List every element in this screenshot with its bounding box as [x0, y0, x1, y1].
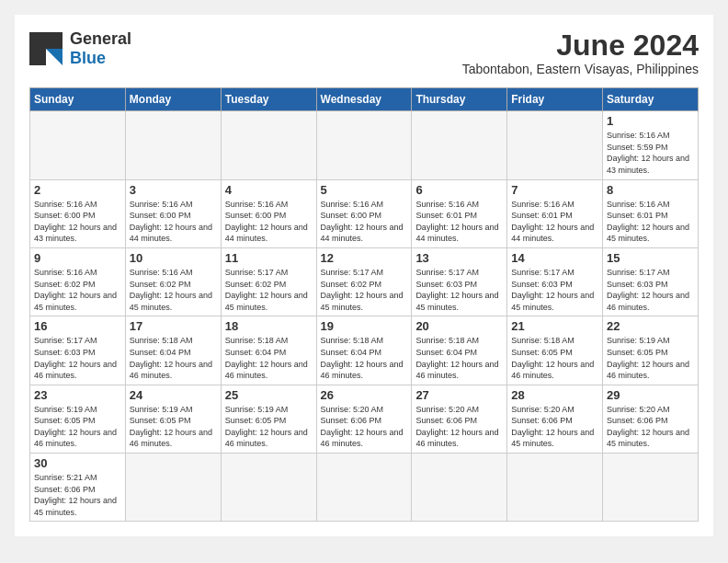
calendar-cell: 21Sunrise: 5:18 AM Sunset: 6:05 PM Dayli…: [507, 316, 603, 385]
day-info: Sunrise: 5:20 AM Sunset: 6:06 PM Dayligh…: [511, 404, 598, 450]
header-monday: Monday: [125, 88, 221, 111]
day-number: 8: [607, 183, 694, 197]
calendar-cell: 14Sunrise: 5:17 AM Sunset: 6:03 PM Dayli…: [507, 247, 603, 316]
day-number: 10: [130, 251, 217, 265]
day-info: Sunrise: 5:18 AM Sunset: 6:04 PM Dayligh…: [130, 335, 217, 381]
day-number: 5: [321, 183, 408, 197]
svg-rect-1: [46, 32, 63, 49]
day-info: Sunrise: 5:16 AM Sunset: 6:00 PM Dayligh…: [34, 199, 121, 245]
calendar-cell: 9Sunrise: 5:16 AM Sunset: 6:02 PM Daylig…: [30, 247, 126, 316]
day-number: 15: [607, 251, 694, 265]
day-number: 1: [607, 114, 694, 128]
day-info: Sunrise: 5:18 AM Sunset: 6:04 PM Dayligh…: [321, 335, 408, 381]
day-info: Sunrise: 5:16 AM Sunset: 6:01 PM Dayligh…: [415, 199, 503, 245]
calendar-cell: 20Sunrise: 5:18 AM Sunset: 6:04 PM Dayli…: [412, 316, 507, 385]
calendar-row-0: 1Sunrise: 5:16 AM Sunset: 5:59 PM Daylig…: [30, 111, 699, 179]
header-friday: Friday: [507, 88, 603, 111]
calendar-cell: 28Sunrise: 5:20 AM Sunset: 6:06 PM Dayli…: [507, 385, 603, 453]
day-info: Sunrise: 5:17 AM Sunset: 6:03 PM Dayligh…: [34, 335, 121, 381]
day-number: 11: [225, 251, 313, 265]
calendar-cell: 7Sunrise: 5:16 AM Sunset: 6:01 PM Daylig…: [507, 179, 603, 247]
day-info: Sunrise: 5:20 AM Sunset: 6:06 PM Dayligh…: [415, 404, 503, 450]
day-number: 19: [321, 319, 408, 333]
calendar-cell: 25Sunrise: 5:19 AM Sunset: 6:05 PM Dayli…: [221, 385, 316, 453]
day-info: Sunrise: 5:17 AM Sunset: 6:03 PM Dayligh…: [415, 267, 503, 313]
logo-icon: [29, 32, 63, 65]
header-tuesday: Tuesday: [221, 88, 316, 111]
day-info: Sunrise: 5:19 AM Sunset: 6:05 PM Dayligh…: [34, 404, 121, 450]
logo-svg: [29, 32, 63, 65]
calendar-cell: 5Sunrise: 5:16 AM Sunset: 6:00 PM Daylig…: [316, 179, 412, 247]
calendar-cell: 13Sunrise: 5:17 AM Sunset: 6:03 PM Dayli…: [412, 247, 507, 316]
calendar-cell: 17Sunrise: 5:18 AM Sunset: 6:04 PM Dayli…: [125, 316, 221, 385]
day-number: 27: [415, 388, 503, 402]
header-saturday: Saturday: [603, 88, 699, 111]
calendar-cell: 10Sunrise: 5:16 AM Sunset: 6:02 PM Dayli…: [125, 247, 221, 316]
day-info: Sunrise: 5:16 AM Sunset: 6:00 PM Dayligh…: [225, 199, 313, 245]
location-title: Tabontabon, Eastern Visayas, Philippines: [462, 62, 699, 76]
day-number: 17: [130, 319, 217, 333]
day-info: Sunrise: 5:16 AM Sunset: 6:02 PM Dayligh…: [34, 267, 121, 313]
calendar-cell: 4Sunrise: 5:16 AM Sunset: 6:00 PM Daylig…: [221, 179, 316, 247]
day-info: Sunrise: 5:18 AM Sunset: 6:05 PM Dayligh…: [511, 335, 598, 381]
calendar-cell: [507, 111, 603, 179]
calendar-cell: 15Sunrise: 5:17 AM Sunset: 6:03 PM Dayli…: [603, 247, 699, 316]
logo-text: General Blue: [70, 29, 131, 68]
day-number: 2: [34, 183, 121, 197]
calendar-cell: 30Sunrise: 5:21 AM Sunset: 6:06 PM Dayli…: [30, 454, 126, 522]
day-info: Sunrise: 5:20 AM Sunset: 6:06 PM Dayligh…: [321, 404, 408, 450]
day-info: Sunrise: 5:19 AM Sunset: 6:05 PM Dayligh…: [607, 335, 694, 381]
calendar-cell: [221, 111, 316, 179]
calendar-cell: 6Sunrise: 5:16 AM Sunset: 6:01 PM Daylig…: [412, 179, 507, 247]
header: General Blue June 2024 Tabontabon, Easte…: [29, 29, 699, 76]
day-info: Sunrise: 5:20 AM Sunset: 6:06 PM Dayligh…: [607, 404, 694, 450]
calendar-cell: [125, 454, 221, 522]
day-number: 6: [415, 183, 503, 197]
calendar-cell: [221, 454, 316, 522]
calendar-table: Sunday Monday Tuesday Wednesday Thursday…: [29, 87, 699, 522]
day-info: Sunrise: 5:16 AM Sunset: 6:02 PM Dayligh…: [130, 267, 217, 313]
calendar-cell: [30, 111, 126, 179]
day-number: 14: [511, 251, 598, 265]
day-number: 21: [511, 319, 598, 333]
header-thursday: Thursday: [412, 88, 507, 111]
day-number: 29: [607, 388, 694, 402]
calendar-cell: 11Sunrise: 5:17 AM Sunset: 6:02 PM Dayli…: [221, 247, 316, 316]
day-number: 16: [34, 319, 121, 333]
calendar-row-1: 2Sunrise: 5:16 AM Sunset: 6:00 PM Daylig…: [30, 179, 699, 247]
day-info: Sunrise: 5:19 AM Sunset: 6:05 PM Dayligh…: [225, 404, 313, 450]
calendar-row-4: 23Sunrise: 5:19 AM Sunset: 6:05 PM Dayli…: [30, 385, 699, 453]
calendar-cell: 22Sunrise: 5:19 AM Sunset: 6:05 PM Dayli…: [603, 316, 699, 385]
calendar-cell: 24Sunrise: 5:19 AM Sunset: 6:05 PM Dayli…: [125, 385, 221, 453]
calendar-cell: 1Sunrise: 5:16 AM Sunset: 5:59 PM Daylig…: [603, 111, 699, 179]
calendar-cell: [125, 111, 221, 179]
calendar-page: General Blue June 2024 Tabontabon, Easte…: [15, 15, 713, 536]
calendar-row-3: 16Sunrise: 5:17 AM Sunset: 6:03 PM Dayli…: [30, 316, 699, 385]
calendar-cell: [412, 111, 507, 179]
day-number: 23: [34, 388, 121, 402]
calendar-cell: 3Sunrise: 5:16 AM Sunset: 6:00 PM Daylig…: [125, 179, 221, 247]
header-right: June 2024 Tabontabon, Eastern Visayas, P…: [462, 29, 699, 76]
day-number: 26: [321, 388, 408, 402]
logo-blue-text: Blue: [70, 49, 131, 68]
day-number: 9: [34, 251, 121, 265]
calendar-cell: [316, 111, 412, 179]
calendar-cell: [412, 454, 507, 522]
header-sunday: Sunday: [30, 88, 126, 111]
calendar-cell: [603, 454, 699, 522]
day-number: 24: [130, 388, 217, 402]
day-info: Sunrise: 5:19 AM Sunset: 6:05 PM Dayligh…: [130, 404, 217, 450]
day-info: Sunrise: 5:16 AM Sunset: 6:00 PM Dayligh…: [321, 199, 408, 245]
day-number: 3: [130, 183, 217, 197]
calendar-cell: 8Sunrise: 5:16 AM Sunset: 6:01 PM Daylig…: [603, 179, 699, 247]
day-info: Sunrise: 5:17 AM Sunset: 6:03 PM Dayligh…: [607, 267, 694, 313]
day-info: Sunrise: 5:17 AM Sunset: 6:02 PM Dayligh…: [321, 267, 408, 313]
day-info: Sunrise: 5:16 AM Sunset: 6:01 PM Dayligh…: [511, 199, 598, 245]
calendar-cell: 27Sunrise: 5:20 AM Sunset: 6:06 PM Dayli…: [412, 385, 507, 453]
calendar-cell: 19Sunrise: 5:18 AM Sunset: 6:04 PM Dayli…: [316, 316, 412, 385]
header-wednesday: Wednesday: [316, 88, 412, 111]
calendar-cell: [316, 454, 412, 522]
day-info: Sunrise: 5:16 AM Sunset: 6:01 PM Dayligh…: [607, 199, 694, 245]
day-number: 13: [415, 251, 503, 265]
calendar-cell: 18Sunrise: 5:18 AM Sunset: 6:04 PM Dayli…: [221, 316, 316, 385]
